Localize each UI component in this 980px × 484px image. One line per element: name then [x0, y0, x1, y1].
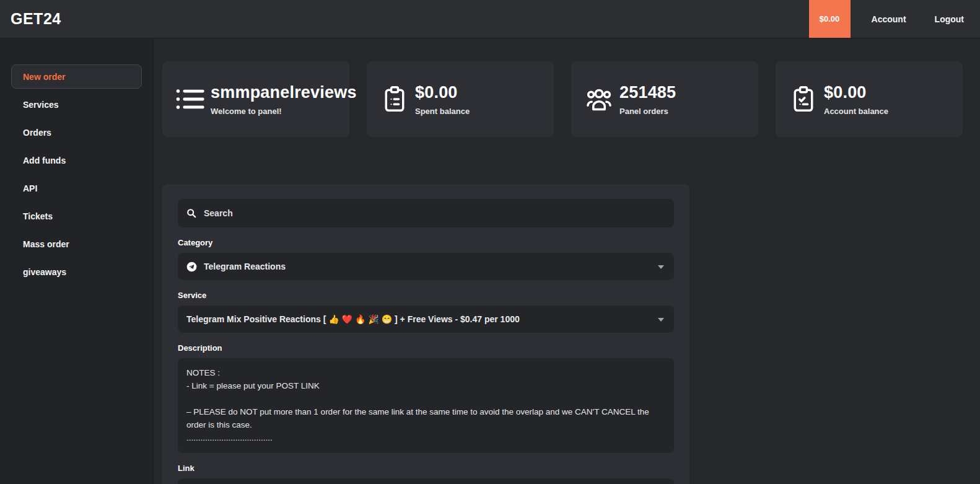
- category-label: Category: [178, 238, 674, 247]
- sidebar-item-new-order[interactable]: New order: [11, 64, 142, 89]
- panel-welcome-label: Welcome to panel!: [211, 107, 349, 116]
- users-icon: [584, 86, 614, 113]
- stat-card-text: 251485 Panel orders: [619, 83, 676, 116]
- sidebar-item-services[interactable]: Services: [11, 92, 142, 117]
- sidebar-item-orders[interactable]: Orders: [11, 120, 142, 144]
- stat-card-spent-balance: $0.00 Spent balance: [367, 61, 554, 137]
- sidebar-item-mass-order[interactable]: Mass order: [11, 232, 142, 256]
- clipboard-list-icon: [380, 86, 409, 113]
- balance-button[interactable]: $0.00: [809, 0, 851, 38]
- description-label: Description: [178, 343, 674, 353]
- category-select[interactable]: Telegram Reactions: [178, 253, 674, 280]
- account-link[interactable]: Account: [864, 0, 914, 38]
- stat-card-text: smmpanelreviews Welcome to panel!: [211, 83, 349, 116]
- chevron-down-icon: [658, 265, 664, 269]
- account-balance-label: Account balance: [824, 107, 888, 116]
- search-icon: [186, 208, 196, 218]
- list-icon: [175, 86, 205, 113]
- spent-balance-value: $0.00: [415, 83, 470, 102]
- sidebar-item-giveaways[interactable]: giveaways: [11, 260, 142, 284]
- account-balance-value: $0.00: [824, 83, 888, 102]
- service-selected-value: Telegram Mix Positive Reactions [ 👍 ❤️ 🔥…: [186, 314, 520, 324]
- chevron-down-icon: [658, 318, 664, 322]
- top-navbar: GET24 $0.00 Account Logout: [0, 0, 980, 38]
- link-input[interactable]: [178, 478, 674, 484]
- new-order-panel: Category Telegram Reactions Service Tele…: [162, 184, 689, 484]
- sidebar-item-add-funds[interactable]: Add funds: [11, 148, 142, 172]
- sidebar-nav: New order Services Orders Add funds API …: [0, 38, 154, 484]
- stat-card-welcome: smmpanelreviews Welcome to panel!: [162, 61, 349, 137]
- search-input[interactable]: [204, 208, 665, 218]
- service-description: NOTES : - Link = please put your POST LI…: [178, 358, 674, 453]
- panel-orders-value: 251485: [619, 83, 676, 102]
- sidebar-item-api[interactable]: API: [11, 176, 142, 200]
- spent-balance-label: Spent balance: [415, 107, 470, 116]
- stat-card-text: $0.00 Spent balance: [415, 83, 470, 116]
- stat-card-panel-orders: 251485 Panel orders: [571, 61, 758, 137]
- panel-orders-label: Panel orders: [619, 107, 676, 116]
- brand-logo[interactable]: GET24: [0, 10, 61, 28]
- category-selected-value: Telegram Reactions: [204, 262, 286, 271]
- link-label: Link: [178, 464, 674, 473]
- stat-card-account-balance: $0.00 Account balance: [776, 61, 963, 137]
- stats-row: smmpanelreviews Welcome to panel!: [154, 38, 980, 137]
- panel-name: smmpanelreviews: [211, 83, 349, 102]
- service-select[interactable]: Telegram Mix Positive Reactions [ 👍 ❤️ 🔥…: [178, 306, 674, 333]
- logout-link[interactable]: Logout: [927, 0, 971, 38]
- app-window: GET24 $0.00 Account Logout New order Ser…: [0, 0, 980, 484]
- sidebar-item-tickets[interactable]: Tickets: [11, 204, 142, 228]
- clipboard-check-icon: [789, 86, 818, 113]
- navbar-right: $0.00 Account Logout: [809, 0, 980, 38]
- service-label: Service: [178, 291, 674, 300]
- stat-card-text: $0.00 Account balance: [824, 83, 888, 116]
- service-search[interactable]: [178, 199, 674, 227]
- telegram-icon: [186, 262, 197, 272]
- main-content: smmpanelreviews Welcome to panel!: [154, 38, 980, 484]
